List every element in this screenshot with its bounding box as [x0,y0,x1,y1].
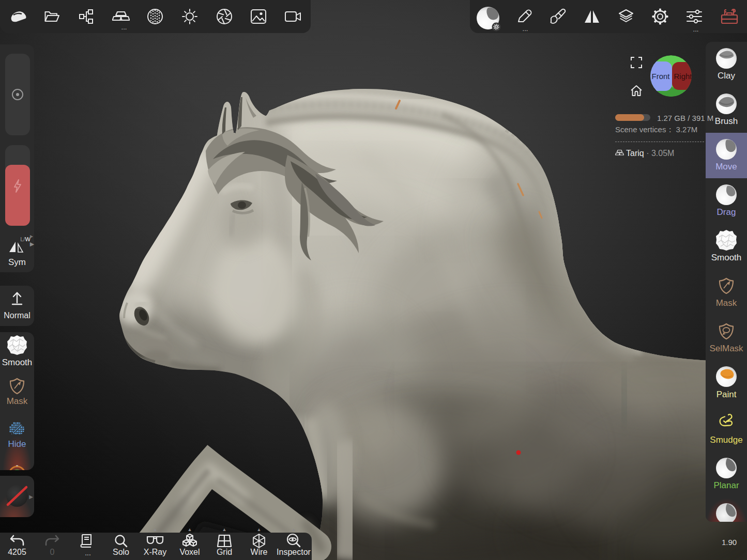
svg-text:Right: Right [674,72,692,81]
svg-text:Front: Front [651,72,670,81]
